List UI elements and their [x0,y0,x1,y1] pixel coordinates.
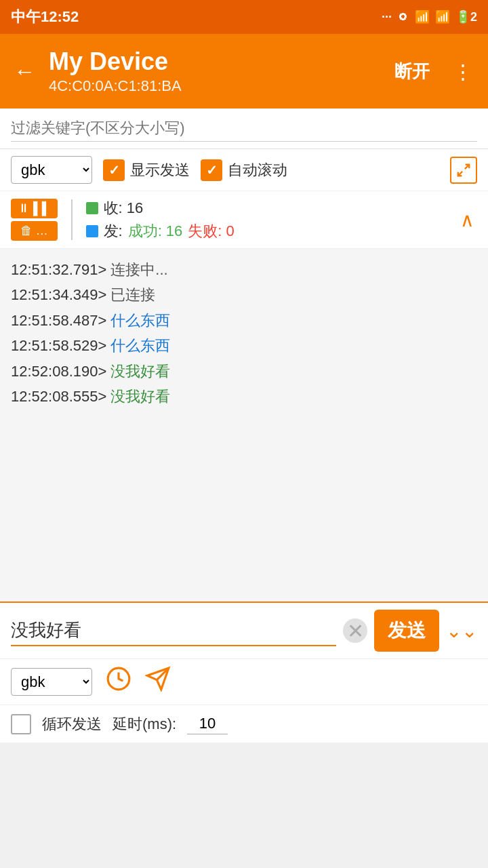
battery-icon: 🔋2 [455,9,477,24]
message-input[interactable] [11,616,336,646]
recv-count: 收: 16 [104,198,144,218]
log-line: 12:51:58.529> 什么东西 [11,333,477,358]
show-send-label: 显示发送 [130,160,190,180]
send-label: 发: [104,221,123,241]
encoding-select-bottom[interactable]: gbk utf-8 ascii [11,668,92,696]
delay-label: 延时(ms): [113,714,176,734]
log-line: 12:52:08.555> 没我好看 [11,384,477,409]
log-line: 12:52:08.190> 没我好看 [11,359,477,384]
send-button[interactable]: 发送 [374,610,439,652]
show-send-group: ✓ 显示发送 [103,159,190,181]
bottom-input-area: ✕ 发送 ⌄⌄ [0,601,488,658]
loop-send-checkbox[interactable] [11,714,31,734]
auto-scroll-label: 自动滚动 [228,160,287,180]
status-time: 中午12:52 [11,7,79,27]
auto-scroll-checkbox[interactable]: ✓ [201,159,222,181]
log-timestamp: 12:51:58.529> [11,333,106,358]
header-title-block: My Device 4C:C0:0A:C1:81:BA [49,47,375,95]
log-timestamp: 12:51:58.487> [11,308,106,333]
controls-bar: gbk utf-8 ascii ✓ 显示发送 ✓ 自动滚动 [0,149,488,191]
clear-input-button[interactable]: ✕ [343,618,367,643]
log-timestamp: 12:52:08.190> [11,359,106,384]
log-message: 什么东西 [110,333,170,358]
disconnect-button[interactable]: 断开 [386,56,438,87]
bluetooth-icon: ⭘ [397,10,409,24]
log-message: 没我好看 [110,359,170,384]
filter-bar [0,108,488,149]
pause-button[interactable]: ⏸ ▌▌ [11,199,58,218]
loop-send-bar: 循环发送 延时(ms): [0,705,488,743]
device-address: 4C:C0:0A:C1:81:BA [49,77,375,95]
show-send-checkbox[interactable]: ✓ [103,159,125,181]
dots-icon: ··· [382,10,392,24]
log-area: 12:51:32.791> 连接中...12:51:34.349> 已连接12:… [0,249,488,601]
wifi-icon: 📶 [435,9,450,24]
stats-bar: ⏸ ▌▌ 🗑 … 收: 16 发: 成功: 16 失败: 0 ∧ [0,191,488,249]
log-timestamp: 12:51:32.791> [11,257,106,282]
clear-button[interactable]: 🗑 … [11,221,58,241]
log-timestamp: 12:51:34.349> [11,282,106,307]
delay-input[interactable] [187,713,228,734]
stats-buttons: ⏸ ▌▌ 🗑 … [11,199,58,241]
success-count: 成功: 16 [128,221,183,241]
filter-input[interactable] [11,115,477,142]
status-bar: 中午12:52 ··· ⭘ 📶 📶 🔋2 [0,0,488,34]
stats-divider [71,199,73,240]
fail-count: 失败: 0 [188,221,234,241]
send-icon-button[interactable] [145,666,171,698]
log-line: 12:51:34.349> 已连接 [11,282,477,307]
encoding-select-top[interactable]: gbk utf-8 ascii [11,156,92,184]
log-message: 已连接 [110,282,155,307]
recv-indicator [86,202,98,214]
header: ← My Device 4C:C0:0A:C1:81:BA 断开 ⋮ [0,34,488,108]
signal-icon: 📶 [415,9,430,24]
stats-info: 收: 16 发: 成功: 16 失败: 0 [86,198,449,241]
log-message: 连接中... [110,257,167,282]
collapse-button[interactable]: ∧ [458,206,477,234]
recv-stats: 收: 16 [86,198,449,218]
log-message: 什么东西 [110,308,170,333]
page-title: My Device [49,47,375,76]
history-button[interactable] [106,666,131,698]
menu-button[interactable]: ⋮ [449,56,477,87]
fullscreen-button[interactable] [450,157,477,184]
log-timestamp: 12:52:08.555> [11,384,106,409]
send-stats: 发: 成功: 16 失败: 0 [86,221,449,241]
bottom-controls: gbk utf-8 ascii [0,658,488,705]
loop-send-label: 循环发送 [42,714,102,734]
send-indicator [86,225,98,237]
log-message: 没我好看 [110,384,170,409]
status-icons: ··· ⭘ 📶 📶 🔋2 [382,9,477,24]
log-line: 12:51:32.791> 连接中... [11,257,477,282]
back-button[interactable]: ← [11,56,38,87]
expand-down-button[interactable]: ⌄⌄ [446,620,477,642]
auto-scroll-group: ✓ 自动滚动 [201,159,287,181]
log-line: 12:51:58.487> 什么东西 [11,308,477,333]
